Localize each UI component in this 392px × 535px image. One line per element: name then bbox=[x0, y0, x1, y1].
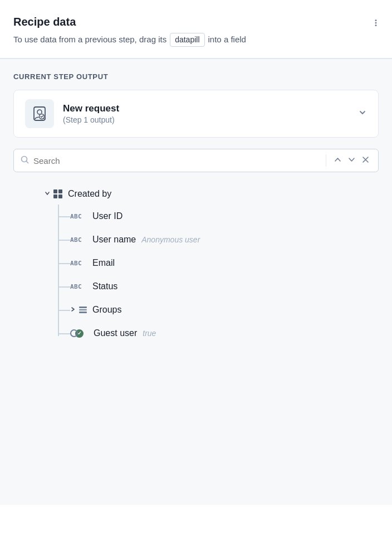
tree-node-label-created-by: Created by bbox=[68, 189, 111, 199]
field-hint-guest-user: true bbox=[143, 329, 156, 338]
list-type-icon bbox=[79, 307, 87, 313]
tree-container: Created by ABC User ID ABC User name Ano… bbox=[13, 183, 379, 345]
page-title: Recipe data bbox=[13, 16, 379, 28]
field-hint-user-name: Anonymous user bbox=[141, 235, 200, 244]
svg-point-2 bbox=[375, 25, 377, 26]
field-label-status: Status bbox=[92, 281, 117, 291]
list-item[interactable]: ABC User ID bbox=[18, 205, 379, 228]
step-card: New request (Step 1 output) bbox=[13, 90, 379, 138]
abc-type-icon-userid: ABC bbox=[70, 213, 87, 220]
field-label-groups: Groups bbox=[92, 305, 121, 315]
step-title: New request bbox=[63, 103, 119, 114]
toggle-arrow-groups[interactable] bbox=[70, 307, 76, 313]
children-area: ABC User ID ABC User name Anonymous user… bbox=[18, 205, 379, 345]
boolean-type-icon: ✓ bbox=[70, 329, 84, 338]
tree-node-created-by: Created by ABC User ID ABC User name Ano… bbox=[18, 183, 379, 345]
desc-before: To use data from a previous step, drag i… bbox=[13, 33, 166, 46]
tree-row-created-by[interactable]: Created by bbox=[18, 183, 379, 205]
step-subtitle: (Step 1 output) bbox=[63, 115, 119, 124]
abc-type-icon-email: ABC bbox=[70, 260, 87, 267]
list-item[interactable]: Groups bbox=[18, 298, 379, 322]
section-label: Current step output bbox=[13, 72, 379, 81]
svg-point-0 bbox=[375, 20, 377, 21]
list-item[interactable]: ABC User name Anonymous user bbox=[18, 228, 379, 251]
step-icon bbox=[25, 99, 54, 128]
abc-type-icon-status: ABC bbox=[70, 283, 87, 290]
list-item[interactable]: ABC Status bbox=[18, 275, 379, 298]
search-input[interactable] bbox=[33, 156, 326, 166]
expand-icon[interactable] bbox=[371, 18, 381, 30]
field-label-user-name: User name bbox=[92, 235, 136, 245]
field-label-guest-user: Guest user bbox=[94, 328, 137, 338]
list-item[interactable]: ✓ Guest user true bbox=[18, 322, 379, 345]
toggle-arrow-created-by[interactable] bbox=[45, 191, 50, 197]
svg-point-1 bbox=[375, 22, 377, 24]
list-item[interactable]: ABC Email bbox=[18, 251, 379, 275]
search-next-button[interactable] bbox=[346, 155, 357, 166]
field-label-email: Email bbox=[92, 258, 115, 268]
datapill-example: datapill bbox=[170, 33, 204, 47]
field-label-user-id: User ID bbox=[92, 211, 122, 221]
abc-type-icon-username: ABC bbox=[70, 236, 87, 244]
search-clear-button[interactable] bbox=[360, 154, 371, 167]
search-bar bbox=[13, 149, 379, 172]
search-icon bbox=[21, 155, 29, 166]
desc-after: into a field bbox=[208, 33, 246, 46]
search-prev-button[interactable] bbox=[332, 155, 344, 166]
object-type-icon bbox=[53, 189, 62, 198]
step-expand-icon[interactable] bbox=[358, 108, 367, 120]
header-description: To use data from a previous step, drag i… bbox=[13, 33, 379, 47]
